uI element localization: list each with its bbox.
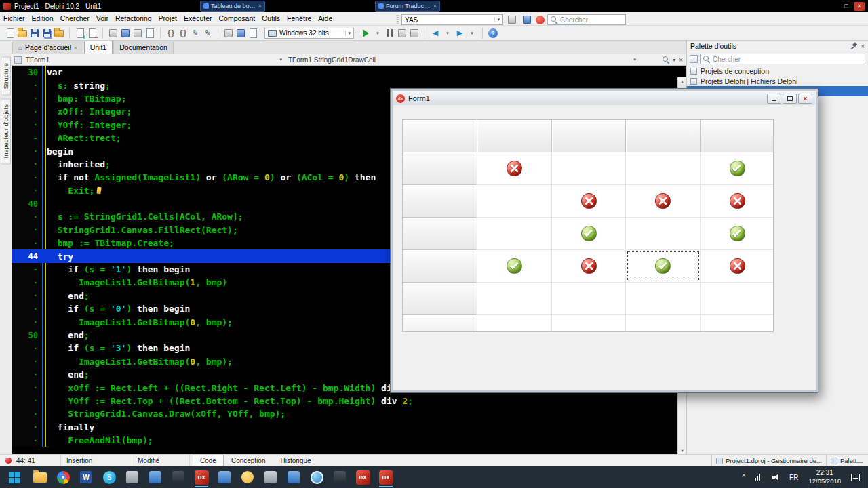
grid-cell-6-4[interactable] [701,315,774,332]
grid-cell-6-3[interactable] [626,315,701,332]
action-center-button[interactable] [846,466,865,488]
dock-button-1[interactable]: Project1.dproj - Gestionnaire de... [711,455,826,466]
view-unit-icon[interactable] [107,27,119,39]
code-line-57[interactable]: · finally [12,421,686,434]
desktop-layout-combo[interactable]: YAS ▾ [401,14,503,25]
code-line-55[interactable]: · YOff := Rect.Top + ((Rect.Bottom - Rec… [12,394,686,407]
help-button[interactable]: ? [487,27,499,39]
view-tab-code[interactable]: Code [193,455,224,466]
menu-edition[interactable]: Edition [28,12,57,25]
grid-cell-2-4[interactable] [701,185,774,218]
close-panel-button[interactable]: × [861,43,865,50]
run-options-dropdown[interactable]: ▾ [372,27,384,39]
grid-cell-3-3[interactable] [626,218,701,250]
close-button[interactable]: × [798,94,812,104]
taskbar-delphi-icon-2[interactable]: DX [351,466,374,488]
view-tab-historique[interactable]: Historique [273,455,319,466]
code-line-58[interactable]: · FreeAndNil(bmp); [12,434,686,447]
tab-close-icon[interactable]: × [74,45,77,51]
grid-cell-5-2[interactable] [552,283,626,315]
remove-file-from-project-icon[interactable] [86,27,98,39]
maximize-button[interactable] [783,94,797,104]
editor-views-dropdown[interactable]: ▾ [673,57,675,63]
taskbar-app-icon-6[interactable] [259,466,282,488]
menu-chercher[interactable]: Chercher [57,12,93,25]
menu-fen-tre[interactable]: Fenêtre [283,12,315,25]
taskbar-delphi-icon-3[interactable]: DX [374,466,397,488]
toolbar-grip[interactable] [397,15,399,24]
step-over-icon[interactable] [396,27,408,39]
tab-unit1[interactable]: Unit1 [84,41,113,54]
target-platform-combo[interactable]: Windows 32 bits ▾ [264,28,354,39]
network-icon[interactable] [750,466,768,488]
os-titlebar[interactable]: Project1 - Delphi 10.2 - Unit1 Tableau d… [0,0,868,12]
taskbar-app-icon-3[interactable] [167,466,190,488]
brace-select-icon[interactable]: {} [177,27,189,39]
menu-composant[interactable]: Composant [215,12,258,25]
code-line-30[interactable]: 30var [12,66,686,79]
taskbar-app-icon-1[interactable] [121,466,144,488]
menu-aide[interactable]: Aide [315,12,336,25]
grid-cell-3-2[interactable] [552,218,626,250]
close-editor-button[interactable]: × [679,56,683,64]
scroll-down-icon[interactable]: ▼ [678,448,686,453]
grid-cell-2-3[interactable] [626,185,701,218]
set-debug-desktop-button[interactable] [521,14,533,26]
tab-page-d-accueil[interactable]: ⌂Page d'accueil× [12,41,83,54]
open-project-icon[interactable] [53,27,65,39]
menu-fichier[interactable]: Fichier [0,12,28,25]
record-badge-icon[interactable] [536,16,545,24]
pause-button[interactable] [384,27,396,39]
menu-refactoring[interactable]: Refactoring [112,12,155,25]
form1-titlebar[interactable]: dx Form1 × [393,91,816,106]
navigate-back-dropdown[interactable]: ▾ [441,27,454,39]
coverage-icon[interactable]: % [201,27,214,39]
taskbar-word-icon[interactable]: W [75,466,98,488]
new-file-icon[interactable] [4,27,16,39]
menu-outils[interactable]: Outils [258,12,283,25]
save-icon[interactable] [28,27,41,39]
palette-category-projets-de-conception[interactable]: Projets de conception [687,66,868,76]
grid-cell-3-1[interactable] [477,218,552,250]
taskbar-clock[interactable]: 22:31 12/05/2018 [803,469,846,485]
search-icon[interactable] [663,56,669,63]
start-button[interactable] [0,466,28,488]
taskbar-delphi-icon-1[interactable]: DX [190,466,213,488]
dock-button-2[interactable]: Palette d'outils [826,455,868,466]
maximize-button[interactable]: □ [841,2,852,11]
navigate-forward-button[interactable]: ▶ [454,27,466,39]
form1-window[interactable]: dx Form1 × [390,88,818,393]
grid-cell-4-1[interactable] [477,250,552,283]
tab-close-icon[interactable]: × [433,3,437,9]
menu-ex-cuter[interactable]: Exécuter [180,12,215,25]
grid-cell-5-1[interactable] [477,283,552,315]
background-tab-2[interactable]: Forum Traduction × [375,1,440,12]
new-form-icon[interactable] [144,27,156,39]
tray-overflow-chevron[interactable]: ^ [737,466,750,488]
grid-cell-4-3[interactable] [626,250,701,283]
class-combo[interactable]: TForm1 ▾ [23,56,284,64]
save-all-icon[interactable] [41,27,53,39]
taskbar-app-icon-7[interactable] [282,466,305,488]
tab-documentation[interactable]: Documentation [113,41,174,54]
ide-search-input[interactable]: Chercher [547,14,626,25]
taskbar-explorer-icon[interactable] [28,466,52,488]
trace-into-icon[interactable] [408,27,420,39]
pin-icon[interactable] [851,43,857,49]
method-combo[interactable]: TForm1.StringGrid1DrawCell ▾ [285,56,638,64]
navigate-forward-dropdown[interactable]: ▾ [466,27,478,39]
minimize-button[interactable] [767,94,781,104]
profile-icon[interactable]: % [189,27,201,39]
taskbar-app-icon-2[interactable] [144,466,167,488]
string-grid[interactable] [402,119,774,332]
tab-close-icon[interactable]: × [258,3,262,9]
grid-cell-5-4[interactable] [701,283,774,315]
palette-mode-icon[interactable] [690,55,698,63]
form-list-icon[interactable] [235,27,247,39]
side-tab-structure[interactable]: Structure [1,57,11,96]
background-tab-1[interactable]: Tableau de bord - YouTube × [200,1,265,12]
grid-cell-6-1[interactable] [477,315,552,332]
add-file-to-project-icon[interactable] [74,27,86,39]
menu-projet[interactable]: Projet [155,12,180,25]
grid-cell-1-2[interactable] [552,152,626,185]
